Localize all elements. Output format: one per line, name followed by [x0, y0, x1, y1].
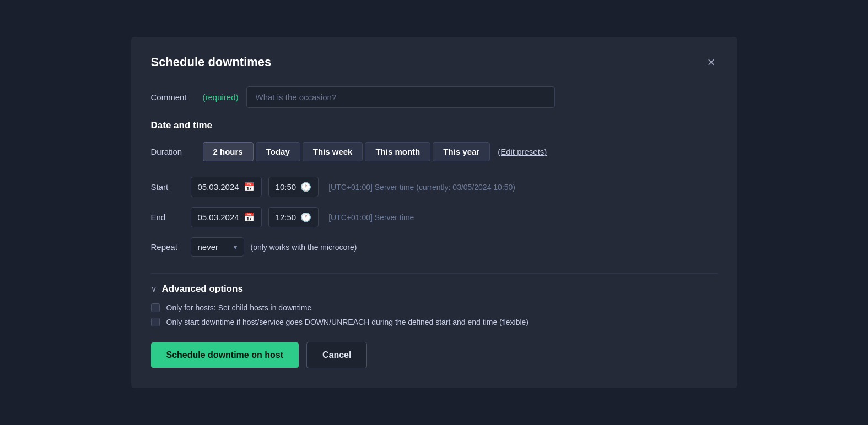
start-row: Start 05.03.2024 📅 10:50 🕐 [UTC+01:00] S… [151, 177, 718, 197]
modal-header: Schedule downtimes × [151, 53, 718, 71]
calendar-icon: 📅 [244, 182, 255, 192]
actions-row: Schedule downtime on host Cancel [151, 342, 718, 368]
duration-label: Duration [151, 147, 195, 156]
chevron-down-icon: ∨ [151, 285, 157, 293]
checkbox-flexible-label: Only start downtime if host/service goes… [166, 318, 529, 326]
cancel-button[interactable]: Cancel [306, 342, 367, 368]
end-time-value: 12:50 [276, 212, 296, 222]
end-time-input[interactable]: 12:50 🕐 [268, 207, 319, 227]
repeat-select[interactable]: never daily weekly monthly [191, 237, 244, 257]
advanced-options-section: ∨ Advanced options Only for hosts: Set c… [151, 284, 718, 326]
schedule-downtime-button[interactable]: Schedule downtime on host [151, 342, 299, 368]
repeat-row: Repeat never daily weekly monthly (only … [151, 237, 718, 257]
section-divider [151, 273, 718, 274]
end-date-input[interactable]: 05.03.2024 📅 [191, 207, 262, 227]
clock-icon-end: 🕐 [300, 212, 311, 222]
checkbox-row-flexible: Only start downtime if host/service goes… [151, 318, 718, 326]
end-server-time: [UTC+01:00] Server time [328, 213, 414, 222]
start-time-value: 10:50 [276, 182, 296, 192]
comment-input[interactable] [246, 86, 555, 108]
edit-presets-button[interactable]: (Edit presets) [498, 147, 547, 156]
duration-preset-2hours[interactable]: 2 hours [203, 142, 254, 161]
start-date-value: 05.03.2024 [198, 182, 239, 192]
modal-title: Schedule downtimes [151, 55, 272, 69]
advanced-options-title: Advanced options [162, 284, 243, 295]
end-date-value: 05.03.2024 [198, 212, 239, 222]
advanced-options-toggle[interactable]: ∨ Advanced options [151, 284, 243, 295]
start-label: Start [151, 182, 184, 192]
calendar-icon-end: 📅 [244, 212, 255, 222]
start-date-input[interactable]: 05.03.2024 📅 [191, 177, 262, 197]
checkbox-child-hosts-label: Only for hosts: Set child hosts in downt… [166, 303, 312, 312]
comment-required: (required) [203, 92, 239, 102]
duration-preset-this-week[interactable]: This week [303, 142, 363, 161]
date-time-section-title: Date and time [151, 120, 718, 131]
close-button[interactable]: × [705, 53, 717, 71]
start-time-input[interactable]: 10:50 🕐 [268, 177, 319, 197]
repeat-label: Repeat [151, 242, 184, 252]
repeat-select-wrap: never daily weekly monthly [191, 237, 244, 257]
duration-preset-this-year[interactable]: This year [433, 142, 490, 161]
clock-icon: 🕐 [300, 182, 311, 192]
duration-preset-this-month[interactable]: This month [365, 142, 430, 161]
duration-preset-today[interactable]: Today [256, 142, 300, 161]
end-row: End 05.03.2024 📅 12:50 🕐 [UTC+01:00] Ser… [151, 207, 718, 227]
end-label: End [151, 212, 184, 222]
start-server-time: [UTC+01:00] Server time (currently: 03/0… [328, 183, 515, 192]
comment-row: Comment (required) [151, 86, 718, 108]
checkbox-row-child-hosts: Only for hosts: Set child hosts in downt… [151, 303, 718, 312]
schedule-downtimes-modal: Schedule downtimes × Comment (required) … [131, 37, 737, 388]
repeat-note: (only works with the microcore) [251, 243, 357, 252]
checkbox-child-hosts[interactable] [151, 303, 160, 312]
comment-label: Comment [151, 92, 195, 102]
checkbox-flexible[interactable] [151, 318, 160, 326]
duration-row: Duration 2 hours Today This week This mo… [151, 142, 718, 161]
